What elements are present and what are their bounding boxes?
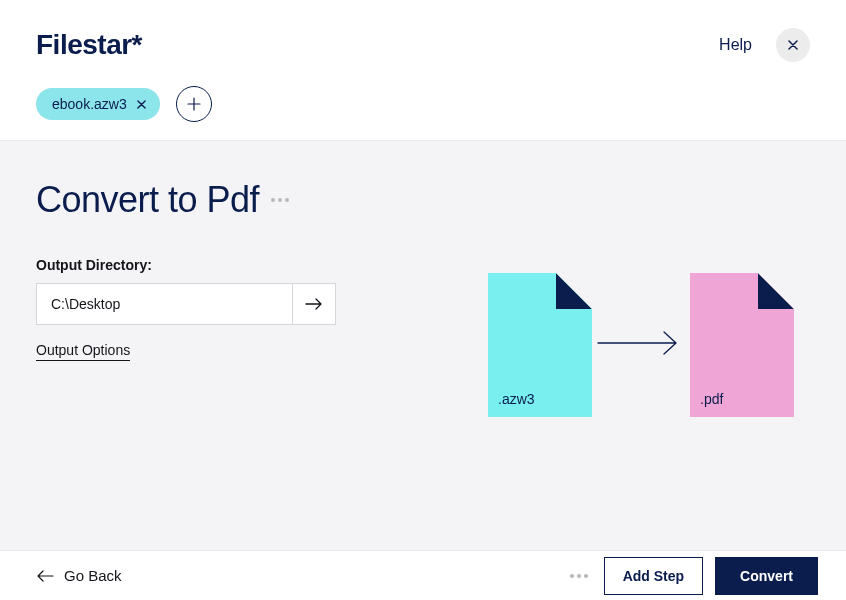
illustration-area: .azw3 .pdf [376,179,810,568]
main-left: Convert to Pdf Output Directory: Output … [36,179,376,568]
close-icon [137,100,146,109]
title-more-icon[interactable] [271,198,289,202]
arrow-left-icon [36,569,54,583]
header-top: Filestar* Help [36,28,810,62]
convert-button[interactable]: Convert [715,557,818,595]
file-chip[interactable]: ebook.azw3 [36,88,160,120]
header-actions: Help [719,28,810,62]
arrow-right-icon [305,297,323,311]
main-area: Convert to Pdf Output Directory: Output … [0,140,846,568]
add-step-button[interactable]: Add Step [604,557,703,595]
help-link[interactable]: Help [719,36,752,54]
add-file-button[interactable] [176,86,212,122]
source-file-illustration: .azw3 [488,273,592,417]
footer-right: Add Step Convert [570,557,818,595]
plus-icon [187,97,201,111]
logo: Filestar* [36,29,142,61]
output-dir-label: Output Directory: [36,257,376,273]
output-dir-input-group [36,283,336,325]
output-options-link[interactable]: Output Options [36,342,130,361]
page-title: Convert to Pdf [36,179,259,221]
convert-arrow-icon [596,273,686,362]
footer-bar: Go Back Add Step Convert [0,550,846,600]
go-back-button[interactable]: Go Back [36,567,122,584]
target-file-illustration: .pdf [690,273,794,417]
app-header: Filestar* Help ebook.azw3 [0,0,846,140]
browse-button[interactable] [292,283,336,325]
target-file-ext: .pdf [700,391,723,407]
file-chip-remove[interactable] [137,100,146,109]
close-button[interactable] [776,28,810,62]
close-icon [788,40,798,50]
go-back-label: Go Back [64,567,122,584]
footer-more-icon[interactable] [570,574,588,578]
source-file-ext: .azw3 [498,391,535,407]
file-chip-label: ebook.azw3 [52,96,127,112]
output-dir-input[interactable] [36,283,292,325]
title-row: Convert to Pdf [36,179,376,221]
file-chips-row: ebook.azw3 [36,86,810,140]
